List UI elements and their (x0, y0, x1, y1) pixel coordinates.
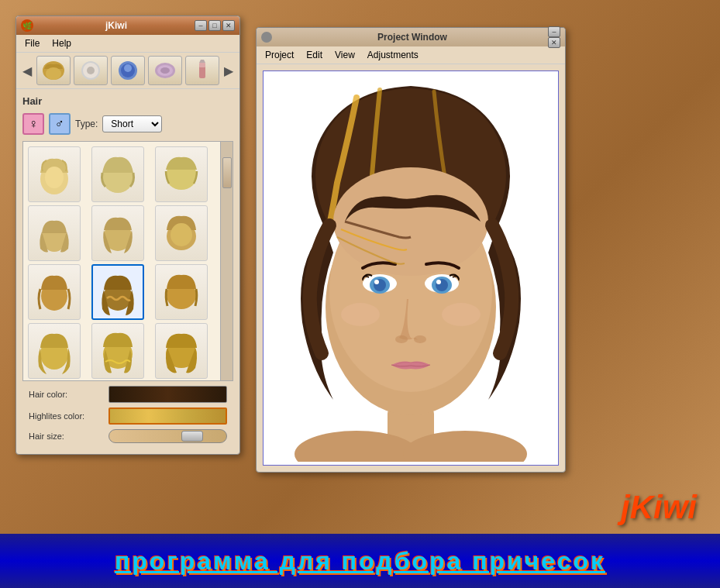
window-controls: – □ ✕ (195, 20, 235, 31)
color-controls: Hair color: Highlites color: Hair size: (22, 381, 233, 448)
project-title-icon (261, 32, 272, 43)
project-menubar: Project Edit View Adjustments (257, 46, 565, 64)
svg-point-43 (414, 335, 426, 343)
tool-skin[interactable] (111, 56, 145, 85)
title-icon: 🌿 (21, 19, 33, 32)
tool-eyeshadow[interactable] (148, 56, 182, 85)
close-button[interactable]: ✕ (222, 20, 235, 31)
svg-point-42 (395, 335, 408, 343)
project-window: Project Window – ✕ Project Edit View Adj… (256, 27, 566, 473)
project-menu-edit[interactable]: Edit (304, 49, 325, 61)
hair-style-11[interactable] (91, 323, 144, 379)
female-gender-button[interactable]: ♀ (22, 113, 44, 135)
project-canvas (263, 70, 559, 466)
project-menu-adjustments[interactable]: Adjustments (365, 49, 421, 61)
project-minimize-button[interactable]: – (548, 26, 560, 37)
maximize-button[interactable]: □ (208, 20, 221, 31)
hair-style-2[interactable] (91, 146, 144, 202)
tool-hair[interactable] (36, 56, 71, 85)
svg-point-7 (124, 64, 132, 72)
hair-type-select[interactable]: Short Long Medium Curly (102, 115, 162, 132)
face-preview (264, 71, 558, 465)
hair-size-label: Hair size: (29, 432, 102, 441)
hair-grid-container (22, 141, 233, 381)
hair-style-12[interactable] (155, 323, 208, 379)
hair-grid (23, 142, 220, 380)
svg-point-21 (171, 223, 192, 246)
minimize-button[interactable]: – (195, 20, 207, 31)
type-label: Type: (75, 119, 98, 129)
svg-point-31 (333, 167, 488, 276)
svg-point-41 (436, 280, 441, 284)
svg-point-15 (45, 167, 64, 188)
bottom-banner: программа для подбора причесок (0, 534, 720, 588)
project-titlebar: Project Window – ✕ (257, 28, 565, 46)
svg-point-37 (374, 280, 379, 284)
hair-style-9[interactable] (155, 264, 208, 320)
hair-size-row: Hair size: (29, 429, 227, 443)
project-menu-view[interactable]: View (332, 49, 357, 61)
toolbar-right-arrow[interactable]: ▶ (222, 62, 235, 80)
slider-handle (181, 431, 203, 442)
tool-lipstick[interactable] (185, 56, 219, 85)
project-title: Project Window (277, 32, 548, 43)
hair-style-10[interactable] (28, 323, 81, 379)
svg-marker-13 (199, 60, 205, 63)
svg-point-1 (46, 67, 61, 80)
hair-style-1[interactable] (28, 146, 81, 202)
toolbar-left-arrow[interactable]: ◀ (21, 62, 33, 80)
hair-color-label: Hair color: (29, 390, 102, 399)
hair-panel: Hair ♀ ♂ Type: Short Long Medium Curly (16, 89, 239, 454)
hair-style-3[interactable] (155, 146, 208, 202)
svg-point-32 (341, 303, 380, 326)
project-win-controls: – ✕ (548, 26, 560, 48)
hair-style-4[interactable] (28, 205, 81, 261)
highlights-color-row: Highlites color: (29, 407, 227, 425)
toolbox-titlebar: 🌿 jKiwi – □ ✕ (16, 16, 239, 35)
male-gender-button[interactable]: ♂ (49, 113, 71, 135)
hair-color-swatch[interactable] (109, 386, 227, 403)
brand-logo: jKiwi (621, 489, 697, 526)
svg-point-4 (87, 67, 95, 74)
svg-rect-12 (199, 63, 205, 67)
panel-title: Hair (22, 95, 233, 107)
tool-makeup[interactable] (74, 56, 108, 85)
toolbox-window: 🌿 jKiwi – □ ✕ File Help ◀ (16, 15, 240, 455)
hair-size-slider[interactable] (109, 429, 227, 443)
hair-style-8[interactable] (91, 264, 144, 320)
toolbox-menubar: File Help (16, 35, 239, 53)
svg-point-10 (160, 67, 170, 74)
toolbox-title: jKiwi (38, 20, 195, 31)
tagline-text: программа для подбора причесок (115, 547, 605, 576)
hair-style-7[interactable] (28, 264, 81, 320)
hair-style-5[interactable] (91, 205, 144, 261)
help-menu[interactable]: Help (50, 37, 74, 50)
project-menu-project[interactable]: Project (263, 49, 296, 61)
svg-point-33 (442, 303, 481, 326)
hair-style-6[interactable] (155, 205, 208, 261)
highlights-color-label: Highlites color: (29, 411, 102, 421)
hair-type-row: ♀ ♂ Type: Short Long Medium Curly (22, 113, 233, 135)
toolbar: ◀ (16, 53, 239, 89)
hair-scrollbar[interactable] (220, 142, 233, 380)
file-menu[interactable]: File (22, 37, 42, 50)
project-close-button[interactable]: ✕ (548, 37, 560, 48)
hair-color-row: Hair color: (29, 386, 227, 403)
face-svg (279, 74, 543, 462)
highlights-color-swatch[interactable] (109, 407, 227, 425)
scrollbar-thumb[interactable] (222, 157, 232, 188)
